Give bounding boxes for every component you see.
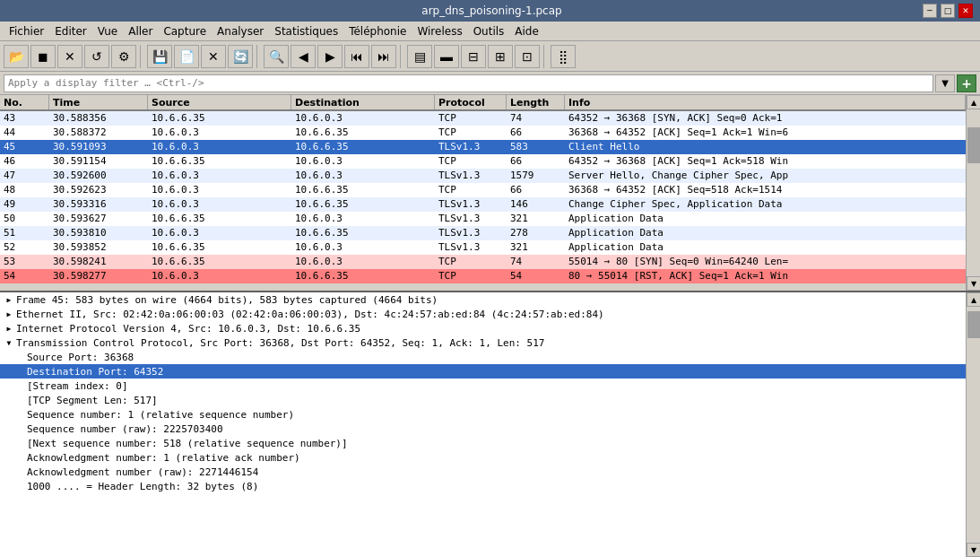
detail-scrollbar[interactable]: ▲ ▼ (966, 292, 980, 557)
file-button[interactable]: 📄 (174, 45, 199, 68)
packet-row[interactable]: 5330.59824110.6.6.3510.6.0.3TCP7455014 →… (0, 255, 966, 269)
detail-line[interactable]: [Stream index: 0] (0, 379, 966, 393)
view2-button[interactable]: ▬ (434, 45, 459, 68)
packet-section: No. Time Source Destination Protocol Len… (0, 95, 980, 292)
packet-row[interactable]: 5130.59381010.6.0.310.6.6.35TLSv1.3278Ap… (0, 226, 966, 240)
toolbar-separator-2 (256, 45, 260, 68)
expand-arrow[interactable]: ▼ (4, 337, 14, 348)
packet-row[interactable]: 4330.58835610.6.6.3510.6.0.3TCP7464352 →… (0, 111, 966, 126)
expand-arrow[interactable]: ▶ (4, 323, 14, 334)
detail-line[interactable]: ▶Ethernet II, Src: 02:42:0a:06:00:03 (02… (0, 307, 966, 321)
col-header-info[interactable]: Info (565, 95, 966, 109)
menu-item-fichier[interactable]: Fichier (4, 23, 49, 39)
col-header-time[interactable]: Time (49, 95, 148, 109)
filter-dropdown-button[interactable]: ▼ (935, 74, 955, 92)
scroll-down[interactable]: ▼ (967, 276, 980, 291)
settings-button[interactable]: ⚙ (111, 45, 136, 68)
open-button[interactable]: 📂 (4, 45, 29, 68)
main-area: No. Time Source Destination Protocol Len… (0, 95, 980, 557)
expand-arrow[interactable]: ▶ (4, 294, 14, 305)
menu-item-wireless[interactable]: Wireless (412, 23, 467, 39)
menu-item-aide[interactable]: Aide (509, 23, 544, 39)
col-header-source[interactable]: Source (148, 95, 291, 109)
first-button[interactable]: ⏮ (344, 45, 369, 68)
filter-bar: ▼ + (0, 72, 980, 95)
detail-line[interactable]: Sequence number (raw): 2225703400 (0, 422, 966, 436)
toolbar-separator-1 (140, 45, 143, 68)
scroll-up[interactable]: ▲ (967, 95, 980, 109)
view5-button[interactable]: ⊡ (515, 45, 540, 68)
window-controls: ─ □ ✕ (923, 4, 973, 18)
minimize-button[interactable]: ─ (923, 4, 937, 18)
expand-arrow[interactable]: ▶ (4, 309, 14, 319)
menu-item-capture[interactable]: Capture (158, 23, 212, 39)
detail-section: ▶Frame 45: 583 bytes on wire (4664 bits)… (0, 292, 980, 557)
packet-row[interactable]: 4430.58837210.6.0.310.6.6.35TCP6636368 →… (0, 126, 966, 140)
reload-button[interactable]: ↺ (84, 45, 109, 68)
packet-row[interactable]: 4830.59262310.6.0.310.6.6.35TCP6636368 →… (0, 183, 966, 197)
display-filter-input[interactable] (4, 74, 933, 92)
delete-button[interactable]: ✕ (201, 45, 226, 68)
packet-list-header: No. Time Source Destination Protocol Len… (0, 95, 966, 111)
maximize-button[interactable]: □ (941, 4, 955, 18)
detail-line[interactable]: [TCP Segment Len: 517] (0, 393, 966, 407)
menu-item-editer[interactable]: Editer (49, 23, 92, 39)
menu-item-telephonie[interactable]: Téléphonie (343, 23, 412, 39)
close-capture-button[interactable]: ✕ (57, 45, 82, 68)
detail-scroll-up[interactable]: ▲ (967, 292, 980, 307)
last-button[interactable]: ⏭ (371, 45, 396, 68)
coloring-button[interactable]: ⣿ (551, 45, 576, 68)
toolbar: 📂 ◼ ✕ ↺ ⚙ 💾 📄 ✕ 🔄 🔍 ◀ ▶ ⏮ ⏭ ▤ ▬ ⊟ ⊞ ⊡ ⣿ (0, 41, 980, 72)
packet-row[interactable]: 4530.59109310.6.0.310.6.6.35TLSv1.3583Cl… (0, 140, 966, 154)
refresh-button[interactable]: 🔄 (228, 45, 253, 68)
detail-line[interactable]: ▶Frame 45: 583 bytes on wire (4664 bits)… (0, 292, 966, 307)
detail-line[interactable]: 1000 .... = Header Length: 32 bytes (8) (0, 479, 966, 493)
prev-button[interactable]: ◀ (291, 45, 316, 68)
scroll-thumb[interactable] (967, 127, 980, 163)
next-button[interactable]: ▶ (317, 45, 343, 68)
detail-scroll-track (967, 307, 980, 543)
detail-panel: ▶Frame 45: 583 bytes on wire (4664 bits)… (0, 292, 966, 557)
menu-item-statistiques[interactable]: Statistiques (269, 23, 343, 39)
detail-line[interactable]: Destination Port: 64352 (0, 364, 966, 379)
col-header-length[interactable]: Length (507, 95, 565, 109)
close-button[interactable]: ✕ (958, 4, 973, 18)
detail-line[interactable]: Sequence number: 1 (relative sequence nu… (0, 407, 966, 422)
packet-row[interactable]: 5430.59827710.6.0.310.6.6.35TCP5480 → 55… (0, 269, 966, 283)
menu-item-analyser[interactable]: Analyser (212, 23, 269, 39)
menu-item-vue[interactable]: Vue (92, 23, 123, 39)
detail-scroll-thumb[interactable] (967, 311, 980, 338)
packet-row[interactable]: 5230.59385210.6.6.3510.6.0.3TLSv1.3321Ap… (0, 240, 966, 255)
col-header-destination[interactable]: Destination (291, 95, 435, 109)
window-title: arp_dns_poisoning-1.pcap (61, 4, 923, 17)
save-button[interactable]: 💾 (147, 45, 172, 68)
packet-row[interactable]: 4930.59331610.6.0.310.6.6.35TLSv1.3146Ch… (0, 197, 966, 212)
scroll-track (967, 109, 980, 276)
detail-line[interactable]: Acknowledgment number (raw): 2271446154 (0, 465, 966, 479)
view4-button[interactable]: ⊞ (488, 45, 513, 68)
toolbar-separator-4 (543, 45, 547, 68)
detail-line[interactable]: ▼Transmission Control Protocol, Src Port… (0, 335, 966, 350)
view1-button[interactable]: ▤ (407, 45, 432, 68)
filter-add-button[interactable]: + (957, 74, 976, 92)
detail-line[interactable]: Acknowledgment number: 1 (relative ack n… (0, 450, 966, 465)
title-bar: arp_dns_poisoning-1.pcap ─ □ ✕ (0, 0, 980, 22)
menu-item-aller[interactable]: Aller (123, 23, 158, 39)
detail-line[interactable]: [Next sequence number: 518 (relative seq… (0, 436, 966, 450)
packet-rows: 4330.58835610.6.6.3510.6.0.3TCP7464352 →… (0, 111, 966, 291)
detail-line[interactable]: ▶Internet Protocol Version 4, Src: 10.6.… (0, 321, 966, 335)
col-header-protocol[interactable]: Protocol (435, 95, 507, 109)
packet-row[interactable]: 4630.59115410.6.6.3510.6.0.3TCP6664352 →… (0, 154, 966, 169)
packet-list-scrollbar[interactable]: ▲ ▼ (966, 95, 980, 291)
view3-button[interactable]: ⊟ (461, 45, 486, 68)
properties-button[interactable]: ◼ (30, 45, 56, 68)
menu-bar: FichierEditerVueAllerCaptureAnalyserStat… (0, 22, 980, 41)
detail-scroll-down[interactable]: ▼ (967, 543, 980, 557)
find-button[interactable]: 🔍 (264, 45, 289, 68)
detail-line[interactable]: Source Port: 36368 (0, 350, 966, 364)
packet-row[interactable]: 4730.59260010.6.0.310.6.0.3TLSv1.31579Se… (0, 169, 966, 183)
menu-item-outils[interactable]: Outils (468, 23, 510, 39)
toolbar-separator-3 (400, 45, 403, 68)
packet-row[interactable]: 5030.59362710.6.6.3510.6.0.3TLSv1.3321Ap… (0, 212, 966, 226)
col-header-no[interactable]: No. (0, 95, 49, 109)
